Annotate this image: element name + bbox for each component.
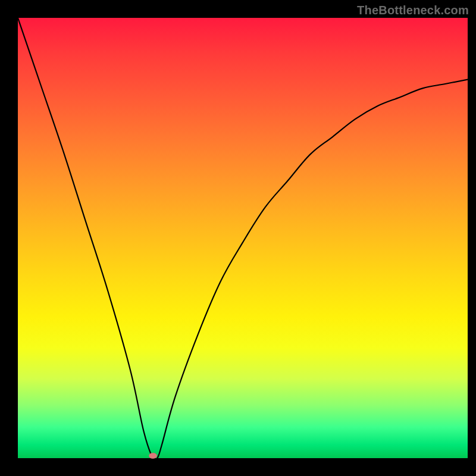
- chart-plot-area: [18, 18, 468, 458]
- bottleneck-curve: [18, 18, 468, 458]
- watermark-text: TheBottleneck.com: [357, 4, 469, 17]
- chart-frame: TheBottleneck.com: [0, 0, 476, 476]
- minimum-point-marker: [149, 453, 157, 459]
- curve-path: [18, 18, 468, 458]
